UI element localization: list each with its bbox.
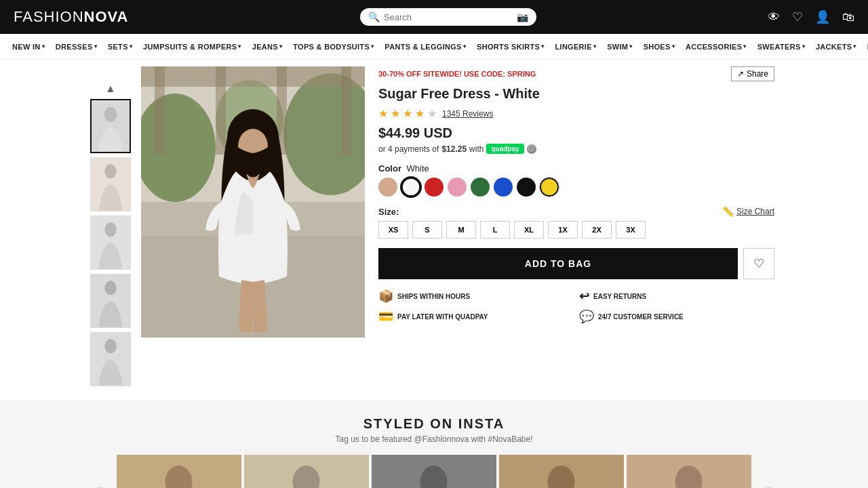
swatch-pink[interactable] [448,178,467,197]
add-to-bag-button[interactable]: ADD TO BAG [378,248,738,279]
size-1x[interactable]: 1X [548,221,578,239]
search-input[interactable] [384,12,513,22]
swatch-blue[interactable] [494,178,513,197]
size-xs[interactable]: XS [378,221,408,239]
thumbnail-5[interactable] [90,332,131,386]
size-l[interactable]: L [480,221,510,239]
swatch-nude[interactable] [378,178,397,197]
nav-item-shorts-skirts[interactable]: SHORTS SKIRTS ▾ [471,34,549,59]
quadpay-icon: 💳 [378,309,393,324]
site-header: FASHIONNOVA 🔍 📷 👁 ♡ 👤 🛍 [0,0,868,34]
user-icon[interactable]: 👤 [815,9,830,24]
size-chart-link[interactable]: 📏 Size Chart [722,206,774,217]
nav-item-nova-beauty[interactable]: NOVA BEAUTY ▾ [862,34,868,59]
size-section: Size: 📏 Size Chart XS S M L XL 1X 2X 3X [378,206,774,239]
nav-item-new-in[interactable]: NEW IN ▾ [7,34,50,59]
info-icon[interactable]: ⓘ [527,144,536,154]
swatch-white[interactable] [401,178,420,197]
nav-item-jumpsuits[interactable]: JUMPSUITS & ROMPERS ▾ [138,34,247,59]
nav-item-pants[interactable]: PANTS & LEGGINGS ▾ [379,34,471,59]
size-header-row: Size: 📏 Size Chart [378,206,774,217]
wishlist-button[interactable]: ♡ [743,248,774,279]
size-s[interactable]: S [412,221,442,239]
star-empty: ★ [427,107,437,120]
insta-title: STYLED ON INSTA [88,416,780,432]
eye-icon[interactable]: 👁 [768,10,780,24]
search-container: 🔍 📷 [129,8,768,26]
feature-ships: 📦 SHIPS WITHIN HOURS [378,289,574,304]
promo-text: 30-70% OFF SITEWIDE! USE CODE: SPRING [378,70,536,78]
reviews-link[interactable]: 1345 Reviews [442,109,493,119]
thumbnail-3[interactable] [90,216,131,270]
svg-point-5 [104,222,116,237]
quadpay-row: or 4 payments of $12.25 with quadpay ⓘ [378,144,774,154]
star-2: ★ [391,107,400,120]
size-chart-icon: 📏 [722,206,734,217]
star-half: ★ [415,107,425,120]
ships-icon: 📦 [378,289,393,304]
share-button[interactable]: ↗ Share [731,66,774,81]
heart-icon[interactable]: ♡ [792,9,803,24]
add-to-bag-row: ADD TO BAG ♡ [378,248,774,279]
insta-photo-5[interactable] [627,455,751,488]
main-nav: NEW IN ▾ DRESSES ▾ SETS ▾ JUMPSUITS & RO… [0,34,868,60]
nav-item-accessories[interactable]: ACCESSORIES ▾ [680,34,752,59]
product-image-svg [141,66,365,338]
thumbnail-2[interactable] [90,157,131,211]
svg-point-1 [104,107,117,122]
size-2x[interactable]: 2X [582,221,612,239]
swatch-green[interactable] [471,178,490,197]
insta-grid-wrapper: ‹ › [88,455,780,488]
thumbnail-4[interactable] [90,274,131,328]
nav-item-dresses[interactable]: DRESSES ▾ [50,34,102,59]
nav-item-shoes[interactable]: SHOES ▾ [638,34,680,59]
color-swatches [378,178,774,197]
thumbnail-nav-up[interactable]: ▲ [105,83,116,95]
insta-photo-3[interactable] [372,455,496,488]
nav-item-swim[interactable]: SWIM ▾ [601,34,637,59]
features-grid: 📦 SHIPS WITHIN HOURS ↩ EASY RETURNS 💳 PA… [378,289,774,324]
nav-item-sets[interactable]: SETS ▾ [102,34,138,59]
nav-item-jackets[interactable]: JACKETS ▾ [810,34,862,59]
color-section: Color White [378,163,774,197]
svg-point-9 [104,339,116,353]
nav-item-tops[interactable]: TOPS & BODYSUITS ▾ [288,34,379,59]
svg-point-7 [104,281,116,295]
insta-photo-1[interactable] [117,455,241,488]
svg-point-3 [104,164,116,178]
search-bar: 🔍 📷 [360,8,536,26]
insta-photo-2[interactable] [244,455,369,488]
swatch-yellow[interactable] [540,178,559,197]
thumbnails-column: ▲ [88,66,133,386]
bag-icon[interactable]: 🛍 [842,10,854,24]
swatch-black[interactable] [517,178,536,197]
feature-support: 💬 24/7 CUSTOMER SERVICE [579,309,774,324]
color-label: Color White [378,163,774,174]
size-m[interactable]: M [446,221,476,239]
main-product-image [141,66,365,338]
insta-photo-4[interactable] [499,455,624,488]
svg-rect-16 [141,66,365,87]
product-info-panel: 30-70% OFF SITEWIDE! USE CODE: SPRING ↗ … [373,66,780,324]
svg-rect-18 [216,66,226,155]
size-grid: XS S M L XL 1X 2X 3X [378,221,774,239]
feature-returns: ↩ EASY RETURNS [579,289,774,304]
promo-share-row: 30-70% OFF SITEWIDE! USE CODE: SPRING ↗ … [378,66,774,81]
feature-quadpay: 💳 PAY LATER WITH QUADPAY [378,309,574,324]
nav-item-sweaters[interactable]: SWEATERS ▾ [752,34,810,59]
quadpay-logo[interactable]: quadpay [486,144,524,154]
size-3x[interactable]: 3X [616,221,646,239]
share-icon: ↗ [737,69,744,79]
thumbnail-1[interactable] [90,99,131,153]
swatch-red[interactable] [425,178,443,197]
returns-icon: ↩ [579,289,589,304]
logo[interactable]: FASHIONNOVA [14,8,129,26]
search-icon: 🔍 [368,12,380,22]
nav-item-lingerie[interactable]: LINGERIE ▾ [550,34,602,59]
size-xl[interactable]: XL [514,221,544,239]
camera-icon[interactable]: 📷 [517,12,528,22]
support-icon: 💬 [579,309,594,324]
insta-subtitle: Tag us to be featured @Fashionnova with … [88,434,780,444]
nav-item-jeans[interactable]: JEANS ▾ [247,34,288,59]
star-1: ★ [378,107,388,120]
